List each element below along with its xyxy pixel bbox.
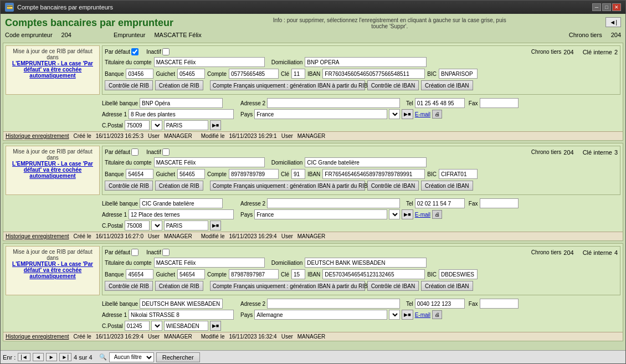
- email-icon-2[interactable]: 🖨: [432, 210, 442, 219]
- libelle-banque-input-1[interactable]: [140, 98, 223, 108]
- controle-rib-btn-3[interactable]: Contrôle clé RIB: [105, 281, 153, 291]
- adresse2-input-3[interactable]: [267, 299, 400, 309]
- iban-input-3[interactable]: [322, 269, 425, 279]
- compte-francais-btn-1[interactable]: Compte Français uniquement : génération …: [210, 80, 365, 90]
- ville-input-3[interactable]: [164, 321, 208, 331]
- adresse1-input-2[interactable]: [129, 209, 234, 219]
- creation-iban-btn-3[interactable]: Création clé IBAN: [421, 281, 473, 291]
- msg-link-1[interactable]: L'EMPRUNTEUR - La case 'Par défaut' va ê…: [9, 60, 96, 79]
- compte-francais-btn-3[interactable]: Compte Français uniquement : génération …: [210, 281, 365, 291]
- nav-first-button[interactable]: |◄: [18, 353, 30, 361]
- domiciliation-input-3[interactable]: [305, 258, 427, 268]
- search-button[interactable]: Rechercher: [156, 352, 200, 362]
- controle-rib-btn-2[interactable]: Contrôle clé RIB: [105, 181, 153, 191]
- email-icon-3[interactable]: 🖨: [432, 310, 442, 319]
- creation-rib-btn-1[interactable]: Création clé RIB: [155, 80, 203, 90]
- banque-input-1[interactable]: [126, 69, 153, 79]
- nav-last-button[interactable]: ►|: [59, 353, 72, 361]
- ville-input-2[interactable]: [164, 221, 208, 230]
- cpostal-input-3[interactable]: [125, 321, 150, 331]
- filter-select[interactable]: Aucun filtre: [109, 352, 154, 362]
- par-defaut-input-2[interactable]: [131, 148, 138, 156]
- compte-input-2[interactable]: [229, 169, 279, 179]
- guichet-input-2[interactable]: [177, 169, 205, 179]
- pays-input-2[interactable]: [254, 209, 387, 219]
- domiciliation-input-1[interactable]: [305, 57, 427, 67]
- bic-input-1[interactable]: [439, 69, 478, 79]
- par-defaut-input-3[interactable]: [131, 249, 138, 256]
- creation-rib-btn-3[interactable]: Création clé RIB: [155, 281, 203, 291]
- cpostal-input-2[interactable]: [125, 221, 150, 230]
- controle-iban-btn-1[interactable]: Contrôle clé IBAN: [367, 80, 419, 90]
- email-link-1[interactable]: E-mail: [415, 111, 430, 117]
- msg-link-2[interactable]: L'EMPRUNTEUR - La case 'Par défaut' va ê…: [9, 161, 96, 179]
- nav-back-button[interactable]: ◄|: [606, 17, 621, 27]
- historique-btn-2[interactable]: Historique enregistrement: [6, 233, 69, 239]
- controle-iban-btn-3[interactable]: Contrôle clé IBAN: [367, 281, 419, 291]
- historique-btn-3[interactable]: Historique enregistrement: [6, 334, 69, 340]
- maximize-button[interactable]: □: [602, 3, 611, 11]
- pays-input-3[interactable]: [254, 310, 387, 320]
- historique-btn-1[interactable]: Historique enregistrement: [6, 133, 69, 139]
- adresse1-input-1[interactable]: [129, 109, 234, 119]
- titulaire-input-3[interactable]: [154, 258, 265, 268]
- compte-input-1[interactable]: [229, 69, 279, 79]
- pays-input-1[interactable]: [254, 109, 387, 119]
- ville-lookup-btn-1[interactable]: ▶■: [210, 120, 221, 130]
- email-icon-1[interactable]: 🖨: [432, 110, 442, 119]
- ville-lookup-btn-3[interactable]: ▶■: [210, 321, 221, 331]
- compte-input-3[interactable]: [229, 269, 279, 279]
- adresse2-input-1[interactable]: [267, 98, 400, 108]
- pays-lookup-btn-3[interactable]: ▶■: [402, 310, 413, 320]
- ville-lookup-btn-2[interactable]: ▶■: [210, 221, 221, 230]
- pays-lookup-btn-1[interactable]: ▶■: [402, 109, 413, 119]
- cle-input-1[interactable]: [291, 69, 305, 79]
- email-link-3[interactable]: E-mail: [415, 312, 430, 318]
- tel-input-3[interactable]: [415, 299, 465, 309]
- banque-input-2[interactable]: [126, 169, 153, 179]
- inactif-input-2[interactable]: [162, 148, 170, 156]
- tel-input-1[interactable]: [415, 98, 465, 108]
- fax-input-2[interactable]: [480, 198, 519, 208]
- compte-francais-btn-2[interactable]: Compte Français uniquement : génération …: [210, 181, 365, 191]
- nav-prev-button[interactable]: ◄: [33, 353, 44, 361]
- fax-input-1[interactable]: [480, 98, 519, 108]
- libelle-banque-input-3[interactable]: [140, 299, 223, 309]
- cpostal-select-2[interactable]: ▼: [151, 221, 162, 230]
- par-defaut-input-1[interactable]: [131, 48, 138, 55]
- adresse2-input-2[interactable]: [267, 198, 400, 208]
- tel-input-2[interactable]: [415, 198, 465, 208]
- cle-input-2[interactable]: [291, 169, 305, 179]
- cle-input-3[interactable]: [291, 269, 305, 279]
- libelle-banque-input-2[interactable]: [140, 198, 223, 208]
- pays-select-1[interactable]: ▼: [389, 109, 400, 119]
- pays-select-2[interactable]: ▼: [389, 209, 400, 219]
- ville-input-1[interactable]: [164, 120, 208, 130]
- msg-link-3[interactable]: L'EMPRUNTEUR - La case 'Par défaut' va ê…: [9, 261, 96, 279]
- guichet-input-1[interactable]: [177, 69, 205, 79]
- titulaire-input-1[interactable]: [154, 57, 265, 67]
- inactif-input-3[interactable]: [162, 249, 170, 256]
- cpostal-select-3[interactable]: ▼: [151, 321, 162, 331]
- minimize-button[interactable]: ─: [592, 3, 601, 11]
- email-link-2[interactable]: E-mail: [415, 212, 430, 218]
- fax-input-3[interactable]: [480, 299, 519, 309]
- nav-next-button[interactable]: ►: [46, 353, 57, 361]
- guichet-input-3[interactable]: [177, 269, 205, 279]
- creation-rib-btn-2[interactable]: Création clé RIB: [155, 181, 203, 191]
- titulaire-input-2[interactable]: [154, 157, 265, 167]
- cpostal-select-1[interactable]: ▼: [151, 120, 162, 130]
- creation-iban-btn-1[interactable]: Création clé IBAN: [421, 80, 473, 90]
- bic-input-3[interactable]: [439, 269, 478, 279]
- controle-rib-btn-1[interactable]: Contrôle clé RIB: [105, 80, 153, 90]
- close-button[interactable]: ✕: [612, 3, 621, 11]
- banque-input-3[interactable]: [126, 269, 153, 279]
- iban-input-2[interactable]: [322, 169, 425, 179]
- bic-input-2[interactable]: [439, 169, 478, 179]
- adresse1-input-3[interactable]: [129, 310, 234, 320]
- pays-lookup-btn-2[interactable]: ▶■: [402, 209, 413, 219]
- pays-select-3[interactable]: ▼: [389, 310, 400, 320]
- domiciliation-input-2[interactable]: [305, 157, 427, 167]
- controle-iban-btn-2[interactable]: Contrôle clé IBAN: [367, 181, 419, 191]
- cpostal-input-1[interactable]: [125, 120, 150, 130]
